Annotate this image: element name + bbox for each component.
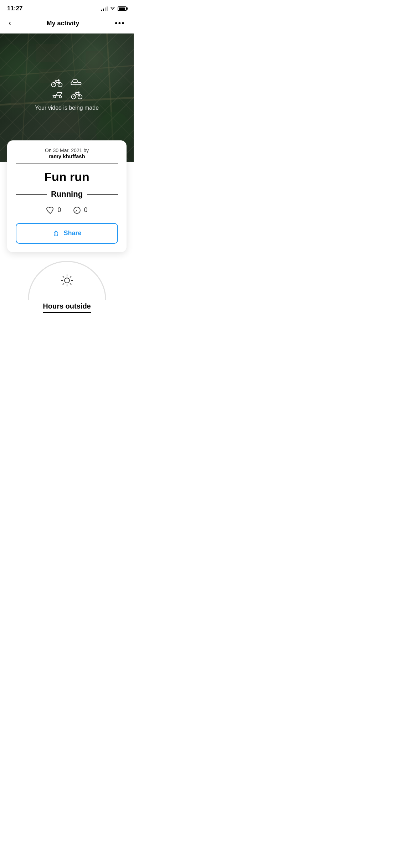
icon-row-1 xyxy=(51,78,83,88)
status-time: 11:27 xyxy=(7,5,22,12)
page-title: My activity xyxy=(47,20,79,27)
svg-point-16 xyxy=(60,96,62,98)
type-line-right xyxy=(87,194,118,195)
card-username: ramy khuffash xyxy=(48,153,85,159)
activity-title: Fun run xyxy=(16,170,118,184)
hours-outside-label: Hours outside xyxy=(43,302,91,313)
share-icon xyxy=(52,229,60,237)
signal-icon xyxy=(101,6,108,11)
card-date-text: On 30 Mar, 2021 by xyxy=(45,148,89,153)
video-message: Your video is being made xyxy=(35,105,99,111)
svg-line-26 xyxy=(63,276,64,277)
type-line-left xyxy=(16,194,47,195)
svg-point-20 xyxy=(74,207,80,213)
battery-icon xyxy=(118,6,127,11)
svg-line-29 xyxy=(70,276,71,277)
share-button[interactable]: Share xyxy=(16,223,118,244)
comment-icon xyxy=(73,206,81,215)
status-icons xyxy=(101,5,127,12)
card-date-row: On 30 Mar, 2021 by ramy khuffash xyxy=(16,148,118,159)
svg-point-21 xyxy=(65,278,70,283)
video-overlay: Your video is being made xyxy=(35,78,99,111)
bicycle-2-icon xyxy=(71,90,83,100)
activity-card: On 30 Mar, 2021 by ramy khuffash Fun run… xyxy=(7,140,127,252)
card-divider xyxy=(16,164,118,164)
heart-icon xyxy=(46,206,55,214)
likes-stat[interactable]: 0 xyxy=(46,206,61,214)
more-options-button[interactable]: ••• xyxy=(113,17,127,29)
arc-gauge xyxy=(28,261,106,300)
icon-row-2 xyxy=(51,90,83,100)
comments-stat[interactable]: 0 xyxy=(73,206,88,215)
activity-type-row: Running xyxy=(16,190,118,199)
sun-icon xyxy=(61,274,73,287)
scooter-icon xyxy=(51,90,64,100)
shoe-icon xyxy=(70,78,83,88)
activity-type: Running xyxy=(51,190,83,199)
svg-line-27 xyxy=(70,283,71,284)
bottom-section: Hours outside xyxy=(0,252,134,320)
share-label: Share xyxy=(63,229,81,237)
svg-line-28 xyxy=(63,283,64,284)
bicycle-icon xyxy=(51,78,63,88)
wifi-icon xyxy=(110,5,115,12)
nav-bar: ‹ My activity ••• xyxy=(0,14,134,33)
svg-point-15 xyxy=(54,96,56,98)
back-button[interactable]: ‹ xyxy=(7,17,12,29)
comments-count: 0 xyxy=(84,206,88,214)
status-bar: 11:27 xyxy=(0,0,134,14)
likes-count: 0 xyxy=(57,206,61,214)
stats-row: 0 0 xyxy=(16,206,118,215)
